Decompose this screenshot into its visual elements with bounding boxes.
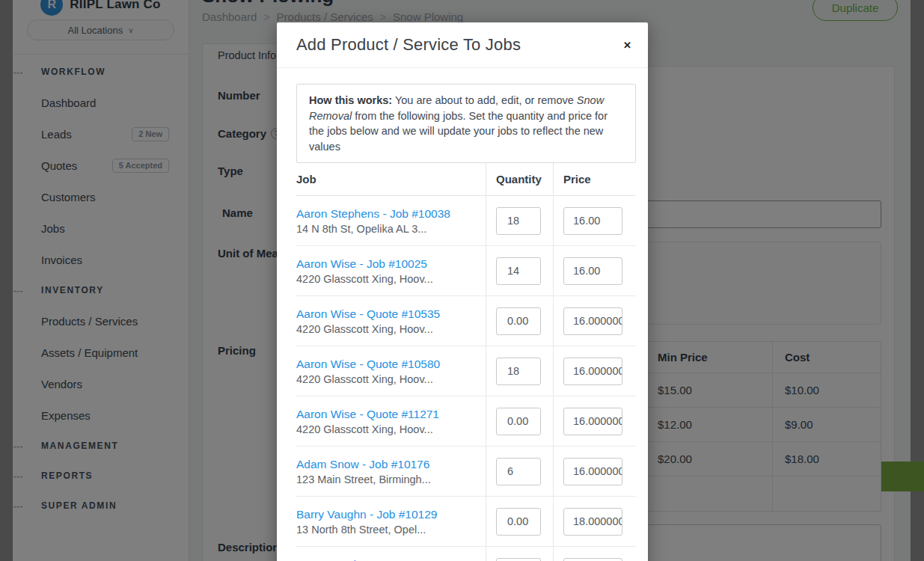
job-address: 123 Main Street, Birmingh...: [296, 473, 478, 485]
job-column-header: Job: [296, 163, 486, 195]
quantity-input[interactable]: [496, 257, 541, 285]
quantity-input[interactable]: [496, 207, 541, 235]
note-lead: How this works:: [309, 94, 392, 106]
quantity-input[interactable]: [496, 458, 541, 485]
price-input[interactable]: [563, 508, 622, 536]
modal-title: Add Product / Service To Jobs: [296, 35, 521, 55]
job-link[interactable]: Barry Vaughn - Quote #10691: [296, 558, 478, 561]
price-input[interactable]: [563, 558, 622, 561]
price-input[interactable]: [563, 207, 622, 235]
job-cell: Aaron Wise - Job #100254220 Glasscott Xi…: [296, 246, 486, 295]
modal-body: How this works: You are about to add, ed…: [277, 68, 648, 561]
quantity-input[interactable]: [496, 358, 541, 385]
quantity-cell: [486, 196, 553, 245]
note-text-2: from the following jobs. Set the quantit…: [309, 110, 608, 153]
job-link[interactable]: Aaron Wise - Quote #10535: [296, 307, 478, 321]
close-icon[interactable]: ✕: [620, 37, 634, 54]
price-input[interactable]: [563, 408, 622, 435]
quantity-input[interactable]: [496, 408, 541, 435]
quantity-input[interactable]: [496, 307, 541, 335]
jobs-table: Job Quantity Price Aaron Stephens - Job …: [296, 163, 636, 561]
job-link[interactable]: Aaron Wise - Job #10025: [296, 257, 478, 271]
job-link[interactable]: Adam Snow - Job #10176: [296, 458, 478, 471]
jobs-table-row: Adam Snow - Job #10176123 Main Street, B…: [296, 447, 636, 497]
jobs-table-row: Aaron Wise - Quote #112714220 Glasscott …: [296, 396, 636, 447]
price-input[interactable]: [563, 458, 622, 485]
job-link[interactable]: Aaron Wise - Quote #10580: [296, 358, 478, 371]
jobs-table-row: Barry Vaughn - Job #1012913 North 8th St…: [296, 497, 636, 547]
job-address: 13 North 8th Street, Opel...: [296, 524, 478, 536]
price-column-header: Price: [553, 163, 636, 195]
job-cell: Aaron Wise - Quote #105804220 Glasscott …: [296, 346, 486, 396]
job-address: 4220 Glasscott Xing, Hoov...: [296, 323, 478, 335]
quantity-cell: [486, 296, 553, 346]
job-cell: Adam Snow - Job #10176123 Main Street, B…: [296, 447, 486, 496]
job-address: 14 N 8th St, Opelika AL 3...: [296, 223, 478, 235]
jobs-table-row: Aaron Wise - Quote #105804220 Glasscott …: [296, 346, 636, 396]
quantity-input[interactable]: [496, 508, 541, 536]
how-this-works-note: How this works: You are about to add, ed…: [296, 84, 636, 163]
job-link[interactable]: Barry Vaughn - Job #10129: [296, 508, 478, 521]
jobs-table-row: Barry Vaughn - Quote #1069113 North 8th …: [296, 547, 636, 561]
price-cell: [553, 246, 636, 295]
quantity-cell: [486, 396, 553, 446]
price-input[interactable]: [563, 358, 622, 385]
job-cell: Aaron Wise - Quote #105354220 Glasscott …: [296, 296, 486, 346]
job-cell: Barry Vaughn - Job #1012913 North 8th St…: [296, 497, 486, 546]
job-address: 4220 Glasscott Xing, Hoov...: [296, 373, 478, 385]
quantity-column-header: Quantity: [486, 163, 553, 195]
price-input[interactable]: [563, 307, 622, 335]
job-cell: Barry Vaughn - Quote #1069113 North 8th …: [296, 547, 486, 561]
job-address: 4220 Glasscott Xing, Hoov...: [296, 273, 478, 285]
quantity-cell: [486, 497, 553, 546]
job-address: 4220 Glasscott Xing, Hoov...: [296, 423, 478, 435]
job-link[interactable]: Aaron Stephens - Job #10038: [296, 207, 478, 221]
quantity-cell: [486, 447, 553, 496]
modal-header: Add Product / Service To Jobs ✕: [277, 22, 648, 68]
jobs-table-header: Job Quantity Price: [296, 163, 636, 196]
price-cell: [553, 447, 636, 496]
jobs-table-rows: Aaron Stephens - Job #1003814 N 8th St, …: [296, 196, 636, 561]
price-cell: [553, 296, 636, 346]
price-cell: [553, 196, 636, 245]
quantity-input[interactable]: [496, 558, 541, 561]
job-cell: Aaron Wise - Quote #112714220 Glasscott …: [296, 396, 486, 446]
price-cell: [553, 497, 636, 546]
jobs-table-row: Aaron Stephens - Job #1003814 N 8th St, …: [296, 196, 636, 246]
quantity-cell: [486, 346, 553, 396]
quantity-cell: [486, 547, 553, 561]
add-product-to-jobs-modal: Add Product / Service To Jobs ✕ How this…: [277, 22, 648, 561]
job-cell: Aaron Stephens - Job #1003814 N 8th St, …: [296, 196, 486, 245]
note-text-1: You are about to add, edit, or remove: [392, 94, 577, 106]
job-link[interactable]: Aaron Wise - Quote #11271: [296, 408, 478, 421]
jobs-table-row: Aaron Wise - Job #100254220 Glasscott Xi…: [296, 246, 636, 296]
price-cell: [553, 396, 636, 446]
price-input[interactable]: [563, 257, 622, 285]
price-cell: [553, 346, 636, 396]
jobs-table-row: Aaron Wise - Quote #105354220 Glasscott …: [296, 296, 636, 346]
quantity-cell: [486, 246, 553, 295]
price-cell: [553, 547, 636, 561]
